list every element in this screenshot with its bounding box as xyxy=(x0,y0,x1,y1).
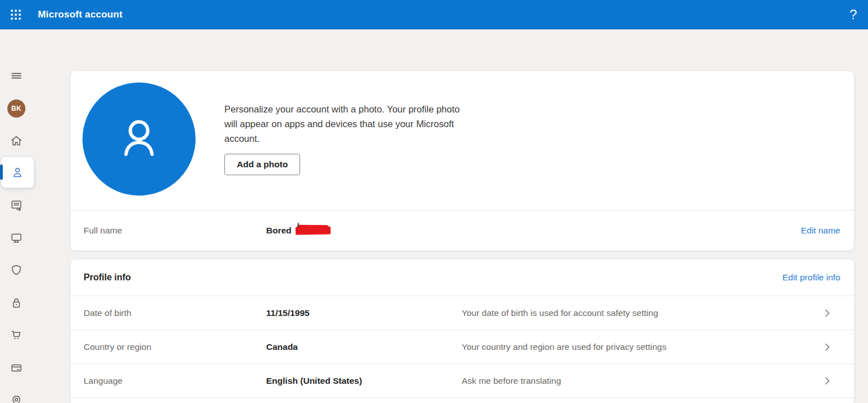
row-label: Date of birth xyxy=(71,308,266,318)
sidebar-item-addresses[interactable] xyxy=(10,394,23,403)
edit-name-link[interactable]: Edit name xyxy=(801,226,840,236)
home-icon xyxy=(10,134,23,148)
sidebar-item-security[interactable] xyxy=(10,263,23,277)
monitor-icon xyxy=(10,231,23,245)
profile-info-card: Profile info Edit profile info Date of b… xyxy=(71,259,854,403)
person-placeholder-icon xyxy=(112,112,166,166)
main-content: Personalize your account with a photo. Y… xyxy=(71,71,854,403)
row-description: Your country and region are used for pri… xyxy=(462,342,854,352)
chevron-right-icon xyxy=(822,308,832,318)
app-launcher-button[interactable] xyxy=(0,0,32,29)
partial-next-row xyxy=(71,397,854,403)
shield-icon xyxy=(10,263,23,277)
sidebar-item-home[interactable] xyxy=(10,134,23,148)
person-icon xyxy=(11,166,24,179)
profile-info-header: Profile info Edit profile info xyxy=(71,259,854,296)
row-label: Country or region xyxy=(71,342,266,352)
cart-icon xyxy=(10,328,23,342)
news-arrow-icon xyxy=(10,198,23,212)
sidebar-item-order-history[interactable] xyxy=(10,328,23,342)
credit-card-icon xyxy=(10,361,23,375)
full-name-value: Bored xyxy=(266,226,331,236)
chevron-right-icon xyxy=(822,376,832,386)
add-photo-button[interactable]: Add a photo xyxy=(224,154,300,175)
row-value: Canada xyxy=(266,342,462,352)
row-country-or-region[interactable]: Country or region Canada Your country an… xyxy=(71,330,854,363)
row-description: Ask me before translating xyxy=(462,376,854,386)
row-date-of-birth[interactable]: Date of birth 11/15/1995 Your date of bi… xyxy=(71,296,854,330)
row-value: 11/15/1995 xyxy=(266,308,462,318)
sidebar-item-devices[interactable] xyxy=(10,231,23,245)
row-label: Language xyxy=(71,376,266,386)
edit-profile-info-link[interactable]: Edit profile info xyxy=(782,272,840,283)
first-name-text: Bored xyxy=(266,226,292,236)
sidebar-item-privacy[interactable] xyxy=(10,296,23,310)
profile-photo-placeholder[interactable] xyxy=(83,83,196,196)
waffle-icon xyxy=(10,8,22,21)
location-pin-icon xyxy=(10,394,23,403)
chevron-right-icon xyxy=(822,342,832,352)
help-icon: ? xyxy=(849,7,857,23)
hamburger-icon xyxy=(10,69,23,83)
photo-description: Personalize your account with a photo. Y… xyxy=(224,102,464,146)
sidebar-menu-toggle[interactable] xyxy=(10,69,23,83)
sidebar-item-payment-options[interactable] xyxy=(10,361,23,375)
sidebar-avatar[interactable]: BK xyxy=(7,99,25,118)
sidebar-nav: BK xyxy=(0,29,36,403)
top-app-bar: Microsoft account ? xyxy=(0,0,868,29)
full-name-row: Full name Bored Edit name xyxy=(71,211,854,250)
help-button[interactable]: ? xyxy=(839,0,868,29)
row-value: English (United States) xyxy=(266,376,462,386)
sidebar-item-your-info[interactable] xyxy=(1,157,34,188)
row-description: Your date of birth is used for account s… xyxy=(462,308,854,318)
sidebar-selected-indicator xyxy=(0,164,3,180)
row-language[interactable]: Language English (United States) Ask me … xyxy=(71,363,854,397)
photo-card: Personalize your account with a photo. Y… xyxy=(71,71,854,250)
profile-info-title: Profile info xyxy=(71,272,131,283)
lock-icon xyxy=(10,296,23,310)
app-title: Microsoft account xyxy=(38,9,123,20)
full-name-label: Full name xyxy=(71,226,266,236)
redaction-scribble xyxy=(296,226,331,235)
sidebar-item-subscriptions[interactable] xyxy=(10,198,23,212)
avatar-initials: BK xyxy=(11,105,21,112)
